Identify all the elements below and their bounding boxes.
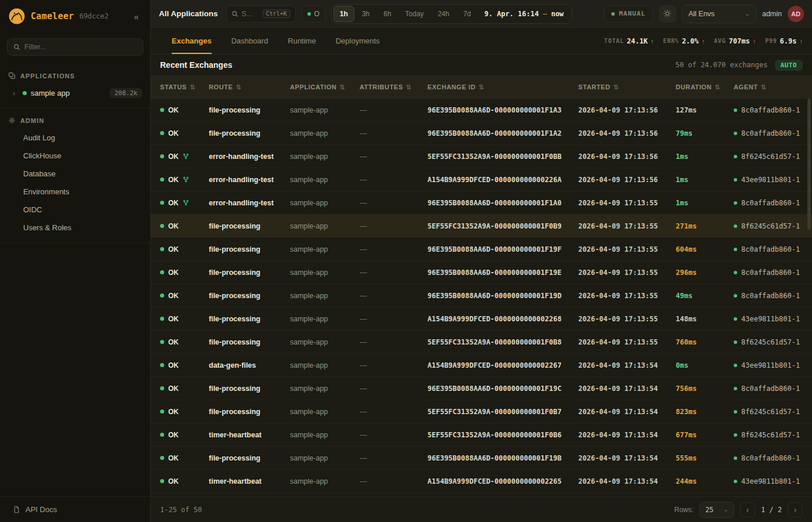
table-row[interactable]: OKfile-processingsample-app—96E395B0088A… [151,447,812,470]
status-text: OK [168,385,179,393]
column-header-duration[interactable]: DURATION⇅ [676,84,734,91]
agent-cell: 8f6245c61d57-1 [734,431,812,439]
column-header-agent[interactable]: AGENT⇅ [734,84,812,91]
agent-status-dot [734,294,737,298]
env-select[interactable]: All Envs ⌄ [682,5,756,23]
column-header-status[interactable]: STATUS⇅ [160,84,209,91]
table-row[interactable]: OKfile-processingsample-app—96E395B0088A… [151,99,812,122]
table-row[interactable]: OKfile-processingsample-app—96E395B0088A… [151,284,812,307]
status-text: OK [168,431,179,439]
started-cell: 2026-04-09 17:13:54 [578,477,676,485]
tab-deployments[interactable]: Deployments [336,28,380,54]
table-row[interactable]: OKfile-processingsample-app—96E395B0088A… [151,122,812,145]
table-row[interactable]: OKfile-processingsample-app—96E395B0088A… [151,261,812,284]
table-row[interactable]: OKfile-processingsample-app—5EF55FC31352… [151,400,812,423]
status-cell: OK [160,129,209,137]
table-row[interactable]: OKfile-processingsample-app—5EF55FC31352… [151,331,812,354]
column-header-attributes[interactable]: ATTRIBUTES⇅ [360,84,427,91]
sidebar-item-oidc[interactable]: OIDC [0,201,150,219]
status-ok-dot [160,108,164,112]
table-row[interactable]: OKerror-handling-testsample-app—96E395B0… [151,191,812,215]
table-row[interactable]: OKfile-processingsample-app—96E395B0088A… [151,377,812,400]
global-search-box[interactable]: Ctrl+K [226,5,296,23]
table-row[interactable]: OKdata-gen-filessample-app—A154B9A999DFC… [151,354,812,377]
agent-id: 8f6245c61d57-1 [741,338,800,346]
chevron-right-icon[interactable]: › [13,89,19,97]
application-cell: sample-app [290,129,360,137]
sidebar-item-users-roles[interactable]: Users & Roles [0,219,150,237]
column-header-exchange-id[interactable]: EXCHANGE ID⇅ [427,84,578,91]
sort-icon[interactable]: ⇅ [478,84,484,91]
duration-cell: 1ms [676,153,734,161]
api-docs-link[interactable]: API Docs [0,496,150,522]
agent-cell: 8f6245c61d57-1 [734,153,812,161]
sort-icon[interactable]: ⇅ [190,84,195,91]
sort-icon[interactable]: ⇅ [613,84,619,91]
status-cell: OK [160,106,209,114]
table-row[interactable]: OKfile-processingsample-app—96E395B0088A… [151,238,812,261]
app-count-badge: 208.2k [110,88,142,98]
avatar[interactable]: AD [788,6,804,22]
tab-runtime[interactable]: Runtime [288,28,316,54]
global-search-input[interactable] [242,10,259,18]
sort-icon[interactable]: ⇅ [715,84,720,91]
application-cell: sample-app [290,408,360,416]
time-range-1h[interactable]: 1h [334,6,354,22]
table-row[interactable]: OKfile-processingsample-app—5EF55FC31352… [151,215,812,238]
sort-icon[interactable]: ⇅ [406,84,412,91]
table-row[interactable]: OKerror-handling-testsample-app—5EF55FC3… [151,145,812,168]
auto-refresh-badge[interactable]: AUTO [775,60,803,71]
agent-status-dot [734,155,737,158]
time-range-buttons: 1h3h6hToday24h7d [334,6,477,22]
date-to: now [551,10,564,18]
sidebar-item-environments[interactable]: Environments [0,183,150,201]
table-row[interactable]: OKfile-processingsample-app—A154B9A999DF… [151,307,812,331]
sidebar-item-clickhouse[interactable]: ClickHouse [0,147,150,165]
agent-cell: 8c0affadb860-1 [734,454,812,462]
app-title: Cameleer [31,11,74,21]
filter-input-box[interactable] [7,38,143,56]
column-header-started[interactable]: STARTED⇅ [578,84,676,91]
agent-cell: 8c0affadb860-1 [734,292,812,300]
exchange-id-cell: A154B9A999DFCED-0000000000002267 [427,361,578,369]
agent-cell: 43ee9811b801-1 [734,315,812,323]
time-range-today[interactable]: Today [399,6,430,22]
sort-icon[interactable]: ⇅ [339,84,345,91]
main-content: All Applications Ctrl+K O 1h3h6hToday24h… [151,0,812,522]
application-cell: sample-app [290,315,360,323]
table-row[interactable]: OKtimer-heartbeatsample-app—5EF55FC31352… [151,423,812,447]
table-row[interactable]: OKerror-handling-testsample-app—A154B9A9… [151,168,812,191]
online-toggle[interactable]: O [302,5,325,23]
table-scrollbar[interactable] [807,99,811,496]
table-row[interactable]: OKtimer-heartbeatsample-app—A154B9A999DF… [151,470,812,493]
agent-cell: 8c0affadb860-1 [734,269,812,277]
sidebar-item-database[interactable]: Database [0,165,150,183]
time-range-6h[interactable]: 6h [377,6,397,22]
filter-input[interactable] [24,43,137,51]
time-range-3h[interactable]: 3h [356,6,376,22]
time-range-7d[interactable]: 7d [457,6,477,22]
column-header-route[interactable]: ROUTE⇅ [209,84,290,91]
column-header-application[interactable]: APPLICATION⇅ [290,84,360,91]
tab-exchanges[interactable]: Exchanges [172,28,212,54]
sidebar-item-audit-log[interactable]: Audit Log [0,129,150,147]
page-title: All Applications [159,9,218,18]
sidebar-item-sample-app[interactable]: › sample app 208.2k [0,84,150,102]
rows-per-page-select[interactable]: 25 ⌄ [699,502,734,518]
sort-icon[interactable]: ⇅ [761,84,767,91]
sort-icon[interactable]: ⇅ [236,84,242,91]
date-range-display[interactable]: 9. Apr. 16:14 — now [478,10,570,18]
agent-status-dot [734,132,737,135]
next-page-button[interactable]: › [788,502,803,517]
prev-page-button[interactable]: ‹ [740,502,755,517]
sidebar-collapse-button[interactable]: « [130,10,142,23]
manual-refresh-button[interactable]: MANUAL [604,5,653,23]
tab-dashboard[interactable]: Dashboard [231,28,269,54]
user-name[interactable]: admin [762,10,782,18]
time-range-24h[interactable]: 24h [432,6,456,22]
theme-toggle-button[interactable] [659,5,676,23]
agent-id: 8f6245c61d57-1 [741,153,800,161]
agent-cell: 8f6245c61d57-1 [734,338,812,346]
agent-id: 43ee9811b801-1 [741,315,800,323]
scrollbar-thumb[interactable] [807,99,811,230]
